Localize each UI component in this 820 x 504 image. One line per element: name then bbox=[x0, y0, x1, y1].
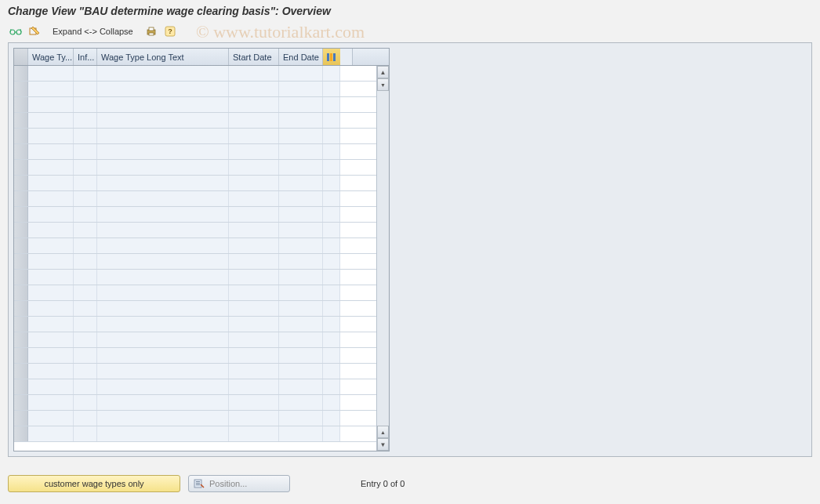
table-row[interactable] bbox=[14, 160, 376, 176]
cell-long-text[interactable] bbox=[97, 332, 229, 347]
cell-wage-type[interactable] bbox=[28, 254, 74, 269]
cell-wage-type[interactable] bbox=[28, 207, 74, 222]
cell-long-text[interactable] bbox=[97, 238, 229, 253]
table-row[interactable] bbox=[14, 97, 376, 113]
col-header-wage-type[interactable]: Wage Ty... bbox=[28, 49, 74, 65]
cell-wage-type[interactable] bbox=[28, 66, 74, 81]
table-row[interactable] bbox=[14, 191, 376, 207]
cell-start-date[interactable] bbox=[229, 66, 279, 81]
cell-long-text[interactable] bbox=[97, 97, 229, 112]
cell-inf[interactable] bbox=[74, 395, 97, 410]
col-header-start-date[interactable]: Start Date bbox=[229, 49, 279, 65]
table-row[interactable] bbox=[14, 82, 376, 97]
cell-inf[interactable] bbox=[74, 176, 97, 190]
col-header-inf[interactable]: Inf... bbox=[74, 49, 97, 65]
scroll-up-button[interactable]: ▲ bbox=[377, 66, 389, 78]
cell-end-date[interactable] bbox=[279, 364, 323, 379]
cell-inf[interactable] bbox=[74, 426, 97, 441]
table-row[interactable] bbox=[14, 426, 376, 442]
cell-start-date[interactable] bbox=[229, 238, 279, 253]
cell-wage-type[interactable] bbox=[28, 97, 74, 112]
cell-long-text[interactable] bbox=[97, 160, 229, 175]
row-selector[interactable] bbox=[14, 82, 28, 96]
table-row[interactable] bbox=[14, 411, 376, 426]
cell-inf[interactable] bbox=[74, 270, 97, 285]
cell-wage-type[interactable] bbox=[28, 113, 74, 128]
cell-start-date[interactable] bbox=[229, 144, 279, 159]
cell-long-text[interactable] bbox=[97, 301, 229, 316]
cell-long-text[interactable] bbox=[97, 129, 229, 143]
help-icon[interactable]: ? bbox=[162, 24, 178, 39]
cell-wage-type[interactable] bbox=[28, 332, 74, 347]
cell-wage-type[interactable] bbox=[28, 395, 74, 410]
row-selector[interactable] bbox=[14, 285, 28, 300]
cell-long-text[interactable] bbox=[97, 254, 229, 269]
cell-end-date[interactable] bbox=[279, 426, 323, 441]
cell-inf[interactable] bbox=[74, 348, 97, 363]
row-selector[interactable] bbox=[14, 223, 28, 237]
cell-inf[interactable] bbox=[74, 238, 97, 253]
cell-long-text[interactable] bbox=[97, 66, 229, 81]
row-selector[interactable] bbox=[14, 144, 28, 159]
cell-end-date[interactable] bbox=[279, 254, 323, 269]
table-row[interactable] bbox=[14, 144, 376, 160]
scroll-track[interactable] bbox=[377, 91, 389, 426]
cell-inf[interactable] bbox=[74, 364, 97, 379]
cell-long-text[interactable] bbox=[97, 364, 229, 379]
table-row[interactable] bbox=[14, 66, 376, 82]
cell-end-date[interactable] bbox=[279, 129, 323, 143]
cell-wage-type[interactable] bbox=[28, 317, 74, 332]
row-selector[interactable] bbox=[14, 364, 28, 379]
cell-end-date[interactable] bbox=[279, 66, 323, 81]
cell-long-text[interactable] bbox=[97, 270, 229, 285]
cell-start-date[interactable] bbox=[229, 364, 279, 379]
cell-wage-type[interactable] bbox=[28, 270, 74, 285]
cell-wage-type[interactable] bbox=[28, 82, 74, 96]
cell-inf[interactable] bbox=[74, 160, 97, 175]
cell-wage-type[interactable] bbox=[28, 411, 74, 426]
configure-columns-button[interactable] bbox=[323, 49, 340, 65]
row-selector[interactable] bbox=[14, 426, 28, 441]
cell-long-text[interactable] bbox=[97, 426, 229, 441]
cell-end-date[interactable] bbox=[279, 348, 323, 363]
scroll-down-button[interactable]: ▼ bbox=[377, 438, 389, 451]
cell-start-date[interactable] bbox=[229, 301, 279, 316]
cell-start-date[interactable] bbox=[229, 285, 279, 300]
scroll-page-up-button[interactable]: ▼ bbox=[377, 78, 389, 91]
cell-inf[interactable] bbox=[74, 66, 97, 81]
cell-long-text[interactable] bbox=[97, 395, 229, 410]
row-selector[interactable] bbox=[14, 270, 28, 285]
cell-long-text[interactable] bbox=[97, 144, 229, 159]
cell-end-date[interactable] bbox=[279, 144, 323, 159]
table-row[interactable] bbox=[14, 113, 376, 129]
cell-end-date[interactable] bbox=[279, 82, 323, 96]
cell-long-text[interactable] bbox=[97, 411, 229, 426]
cell-start-date[interactable] bbox=[229, 254, 279, 269]
cell-start-date[interactable] bbox=[229, 191, 279, 206]
cell-wage-type[interactable] bbox=[28, 160, 74, 175]
cell-inf[interactable] bbox=[74, 82, 97, 96]
cell-end-date[interactable] bbox=[279, 379, 323, 394]
cell-long-text[interactable] bbox=[97, 317, 229, 332]
cell-inf[interactable] bbox=[74, 113, 97, 128]
cell-start-date[interactable] bbox=[229, 129, 279, 143]
cell-start-date[interactable] bbox=[229, 379, 279, 394]
row-selector[interactable] bbox=[14, 129, 28, 143]
scroll-page-down-button[interactable]: ▲ bbox=[377, 426, 389, 438]
cell-start-date[interactable] bbox=[229, 317, 279, 332]
expand-collapse-button[interactable]: Expand <-> Collapse bbox=[45, 24, 140, 38]
row-selector[interactable] bbox=[14, 301, 28, 316]
cell-inf[interactable] bbox=[74, 97, 97, 112]
cell-end-date[interactable] bbox=[279, 160, 323, 175]
cell-end-date[interactable] bbox=[279, 113, 323, 128]
row-selector[interactable] bbox=[14, 66, 28, 81]
cell-end-date[interactable] bbox=[279, 97, 323, 112]
cell-end-date[interactable] bbox=[279, 176, 323, 190]
cell-wage-type[interactable] bbox=[28, 238, 74, 253]
cell-long-text[interactable] bbox=[97, 285, 229, 300]
cell-long-text[interactable] bbox=[97, 176, 229, 190]
cell-inf[interactable] bbox=[74, 301, 97, 316]
cell-start-date[interactable] bbox=[229, 82, 279, 96]
table-row[interactable] bbox=[14, 285, 376, 301]
cell-long-text[interactable] bbox=[97, 191, 229, 206]
